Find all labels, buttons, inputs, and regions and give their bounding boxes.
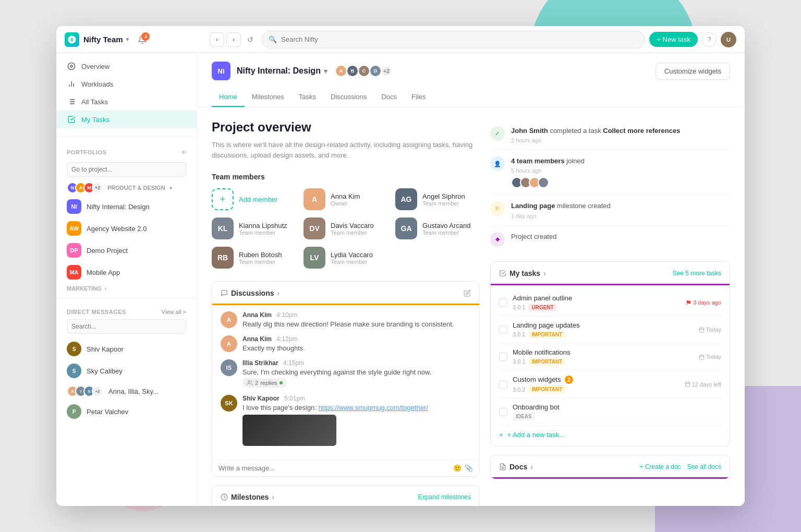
global-search[interactable]: 🔍 (262, 31, 645, 49)
team-member-lydia: LV Lydia Vaccaro Team member (304, 247, 388, 269)
task-checkbox-onboarding[interactable] (499, 408, 507, 416)
milestones-title: Milestones › (221, 493, 274, 501)
project-tabs: Home Milestones Tasks Discussions Docs F… (212, 88, 730, 107)
svg-point-1 (70, 65, 72, 67)
sidebar-item-all-tasks[interactable]: All Tasks (56, 93, 197, 111)
svg-rect-14 (699, 328, 703, 332)
discussion-message-3: IS Illia Strikhar 4:15pm Sure, I'm check… (221, 359, 471, 388)
project-item-mobile[interactable]: MA Mobile App (56, 261, 197, 283)
add-portfolio-button[interactable]: + (181, 148, 186, 157)
expand-milestones-link[interactable]: Expand milestones (418, 493, 471, 501)
svg-point-0 (68, 63, 75, 69)
notification-badge: 3 (141, 32, 150, 41)
create-doc-link[interactable]: + Create a doc (640, 463, 681, 470)
task-item-widgets: Custom widgets 2 3.0.2 IMPORTANT (499, 371, 721, 399)
dm-sky[interactable]: S Sky Calibey (56, 360, 197, 382)
project-icon: NI (212, 62, 230, 80)
project-item-agency[interactable]: AW Agency Website 2.0 (56, 217, 197, 239)
discussion-message-1: A Anna Kim 4:10pm Really dig this new di… (221, 311, 471, 328)
task-due-widgets: 12 days left (685, 381, 721, 388)
task-due-admin: 3 days ago (686, 299, 721, 306)
task-due-landing: Today (699, 327, 721, 333)
tab-tasks[interactable]: Tasks (292, 88, 323, 107)
team-member-davis: DV Davis Vaccaro Team member (304, 217, 388, 239)
add-member-item[interactable]: + Add member (212, 188, 296, 210)
discussions-title: Discussions › (221, 289, 280, 297)
view-all-dm-link[interactable]: View all > (162, 309, 186, 315)
forward-button[interactable]: › (226, 32, 241, 47)
project-item-demo[interactable]: DP Demo Project (56, 239, 197, 261)
sidebar-item-my-tasks[interactable]: My Tasks (56, 111, 197, 128)
task-checkbox-widgets[interactable] (499, 380, 507, 389)
task-checkbox-mobile[interactable] (499, 353, 507, 361)
all-tasks-icon (67, 97, 76, 106)
product-design-group[interactable]: N A M +2 PRODUCT & DESIGN ▾ (56, 180, 197, 196)
discussions-panel: Discussions › A (212, 281, 480, 477)
milestones-panel: Milestones › Expand milestones (212, 485, 480, 506)
tab-home[interactable]: Home (212, 88, 245, 107)
new-task-button[interactable]: + New task (649, 32, 698, 47)
task-checkbox-admin[interactable] (499, 298, 507, 307)
task-item-admin: Admin panel outline 3.0.1 URGENT 3 (499, 289, 721, 317)
discussion-message-4: SK Shiv Kapoor 5:01pm I love this page's… (221, 395, 471, 446)
tab-docs[interactable]: Docs (374, 88, 404, 107)
attachment-icon[interactable]: 📎 (465, 464, 473, 472)
team-member-anna: A Anna Kim Owner (304, 188, 388, 210)
back-button[interactable]: ‹ (210, 32, 224, 47)
docs-panel: Docs › + Create a doc See all docs (490, 455, 730, 479)
marketing-section[interactable]: MARKETING › (56, 283, 197, 294)
see-more-tasks-link[interactable]: See 5 more tasks (673, 270, 721, 277)
app-logo (65, 32, 79, 47)
add-member-icon: + (212, 188, 234, 210)
project-header: NI Nifty Internal: Design ▾ A B C D +2 (197, 53, 745, 107)
chevron-down-icon: ▼ (125, 37, 130, 42)
discussion-message-2: A Anna Kim 4:12pm Exactly my thoughts. (221, 335, 471, 352)
activity-item-2: 👤 4 team members joined 5 hours ago (490, 150, 730, 195)
task-due-mobile: Today (699, 354, 721, 360)
project-item-nifty-internal[interactable]: NI Nifty Internal: Design (56, 196, 197, 217)
user-avatar[interactable]: U (721, 32, 736, 47)
sidebar-item-workloads[interactable]: Workloads (56, 75, 197, 93)
add-task-row[interactable]: + + Add a new task... (499, 426, 721, 442)
svg-rect-18 (699, 355, 703, 359)
tab-milestones[interactable]: Milestones (245, 88, 292, 107)
activity-item-4: ◆ Project created (490, 226, 730, 253)
svg-point-11 (248, 381, 250, 383)
portfolio-search-input[interactable] (67, 162, 186, 177)
page-title: Project overview (212, 120, 480, 135)
tab-discussions[interactable]: Discussions (323, 88, 374, 107)
task-checkbox-landing[interactable] (499, 325, 507, 334)
dm-shiv[interactable]: S Shiv Kapoor (56, 338, 197, 360)
customize-widgets-button[interactable]: Customize widgets (656, 63, 730, 80)
search-icon: 🔍 (269, 35, 277, 43)
main-content: NI Nifty Internal: Design ▾ A B C D +2 (197, 53, 745, 506)
activity-item-1: ✓ John Smith completed a task Collect mo… (490, 120, 730, 150)
help-button[interactable]: ? (702, 32, 717, 47)
edit-icon[interactable] (464, 289, 471, 297)
task-item-onboarding: Onboarding bot IDEAS (499, 398, 721, 426)
notifications-button[interactable]: 3 (134, 31, 151, 48)
team-members-title: Team members (212, 173, 480, 181)
dm-petar[interactable]: P Petar Valchev (56, 401, 197, 422)
search-input[interactable] (281, 35, 638, 43)
emoji-icon[interactable]: 🙂 (453, 464, 462, 472)
sidebar-item-overview[interactable]: Overview (56, 57, 197, 75)
discussion-image-preview (242, 415, 336, 446)
tab-files[interactable]: Files (404, 88, 433, 107)
svg-rect-22 (685, 382, 689, 386)
dm-search-input[interactable] (67, 319, 186, 334)
sidebar: Overview Workloads All Tasks (56, 53, 197, 506)
dm-group[interactable]: A I S +2 Anna, Illia, Sky... (56, 382, 197, 401)
activity-item-3: 🏳 Landing page milestone created 1 day a… (490, 195, 730, 225)
replies-badge[interactable]: 2 replies (242, 378, 287, 388)
app-title[interactable]: Nifty Team ▼ (83, 35, 130, 44)
discussion-link[interactable]: https://www.smugmug.com/together/ (319, 404, 428, 412)
project-title-chevron[interactable]: ▾ (324, 67, 327, 75)
history-button[interactable]: ↺ (243, 32, 258, 47)
see-all-docs-link[interactable]: See all docs (687, 463, 721, 470)
docs-title: Docs › (499, 463, 533, 471)
message-input-row: 🙂 📎 (212, 460, 479, 476)
team-member-ruben: RB Ruben Botosh Team member (212, 247, 296, 269)
message-input[interactable] (219, 464, 449, 472)
activity-feed: ✓ John Smith completed a task Collect mo… (490, 120, 730, 253)
